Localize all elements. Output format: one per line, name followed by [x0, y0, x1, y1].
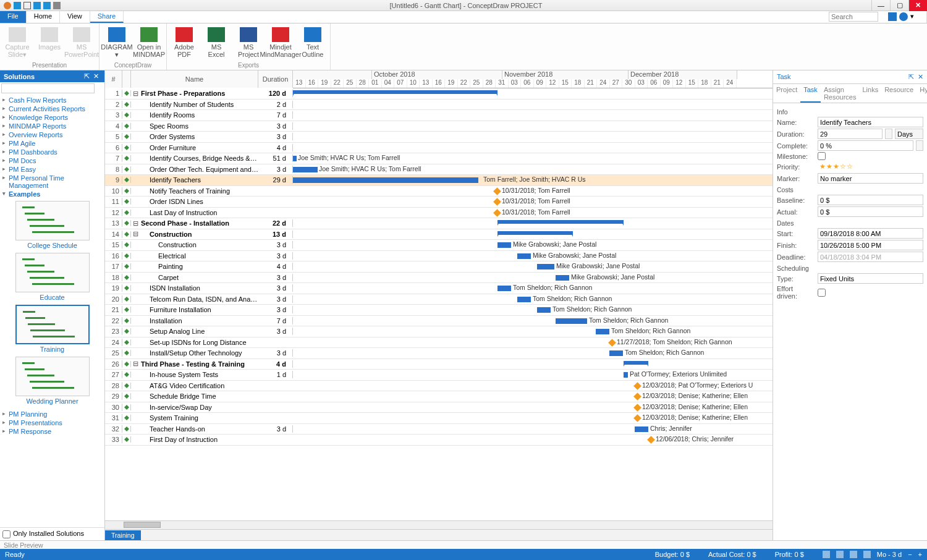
maximize-button[interactable]: ▢ — [890, 0, 908, 11]
effort-driven-checkbox[interactable] — [818, 289, 826, 297]
zoom-out-icon[interactable]: − — [908, 551, 912, 558]
ribbon-mpp-button[interactable]: MS Project — [235, 27, 262, 58]
gantt-row[interactable]: 26⊟Third Phase - Testing & Training4 d — [105, 359, 772, 370]
sheet-tab-training[interactable]: Training — [105, 530, 141, 540]
solution-item[interactable]: PM Personal Time Management — [2, 174, 102, 190]
close-button[interactable]: ✕ — [908, 0, 927, 11]
table-hscroll[interactable] — [105, 520, 772, 529]
tab-view[interactable]: View — [60, 11, 90, 23]
view-icon-3[interactable] — [850, 551, 857, 558]
solution-item[interactable]: Cash Flow Reports — [2, 96, 102, 104]
col-name[interactable]: Name — [131, 70, 258, 88]
solutions-pin-icon[interactable]: ⇱ — [82, 72, 91, 80]
qat-open-icon[interactable] — [23, 2, 31, 9]
gantt-row[interactable]: 12Last Day of Instruction10/31/2018; Tom… — [105, 208, 772, 219]
qat-icon-1[interactable] — [4, 2, 11, 9]
solution-item[interactable]: PM Planning — [2, 410, 102, 418]
tab-file[interactable]: File — [0, 11, 27, 23]
gantt-row[interactable]: 30In-service/Swap Day12/03/2018; Denise;… — [105, 402, 772, 414]
gantt-row[interactable]: 14⊟Construction13 d — [105, 229, 772, 240]
expand-toggle[interactable]: ⊟ — [131, 360, 140, 368]
col-indicator[interactable] — [122, 70, 131, 88]
gantt-row[interactable]: 13⊟Second Phase - Installation22 d — [105, 218, 772, 229]
gantt-row[interactable]: 23Setup Analog Line3 dTom Sheldon; Rich … — [105, 326, 772, 337]
solution-item[interactable]: Overview Reports — [2, 130, 102, 139]
thumb-wedding-planner[interactable] — [15, 357, 90, 396]
solution-item[interactable]: PM Response — [2, 427, 102, 436]
solution-examples[interactable]: Examples — [2, 190, 102, 198]
gantt-row[interactable]: 22Installation7 dTom Sheldon; Rich Ganno… — [105, 316, 772, 327]
only-installed-checkbox[interactable]: Only Installed Solutions — [0, 527, 104, 540]
ribbon-diag-button[interactable]: DIAGRAM ▾ — [103, 27, 130, 58]
task-tab-links[interactable]: Links — [859, 84, 881, 103]
task-panel-pin-icon[interactable]: ⇱ — [908, 73, 914, 81]
col-duration[interactable]: Duration — [258, 70, 293, 88]
solution-item[interactable]: PM Easy — [2, 165, 102, 174]
ribbon-collapse-icon[interactable]: ▾ — [910, 12, 919, 21]
gantt-row[interactable]: 8Order Other Tech. Equipment and Supplie… — [105, 164, 772, 176]
field-start[interactable]: 09/18/2018 8:00 AM — [818, 228, 923, 239]
gantt-row[interactable]: 17Painting4 dMike Grabowski; Jane Postal — [105, 261, 772, 273]
solution-item[interactable]: MINDMAP Reports — [2, 122, 102, 130]
gantt-row[interactable]: 3Identify Rooms7 d — [105, 110, 772, 121]
field-deadline[interactable]: 04/18/2018 3:04 PM — [818, 252, 923, 262]
field-marker[interactable]: No marker — [818, 173, 923, 184]
ribbon-xls-button[interactable]: MS Excel — [203, 27, 230, 58]
qat-redo-icon[interactable] — [53, 2, 61, 9]
slide-preview-bar[interactable]: Slide Preview — [0, 540, 927, 549]
field-finish[interactable]: 10/26/2018 5:00 PM — [818, 240, 923, 250]
gantt-row[interactable]: 2Identify Number of Students2 d — [105, 100, 772, 111]
gantt-row[interactable]: 21Furniture Installation3 dTom Sheldon; … — [105, 305, 772, 316]
duration-spinner[interactable] — [885, 129, 892, 139]
view-icon-1[interactable] — [823, 551, 830, 558]
view-icon-2[interactable] — [836, 551, 844, 558]
thumb-college-shedule[interactable] — [15, 201, 90, 240]
gantt-row[interactable]: 11Order ISDN Lines10/31/2018; Tom Farrel… — [105, 197, 772, 208]
gantt-row[interactable]: 28AT&G Video Certification12/03/2018; Pa… — [105, 381, 772, 392]
help-icon[interactable] — [899, 12, 908, 21]
home-icon[interactable] — [888, 12, 897, 21]
duration-unit[interactable]: Days — [895, 129, 923, 139]
field-name[interactable]: Identify Teachers — [818, 117, 923, 127]
ribbon-txt-button[interactable]: Text Outline — [299, 27, 326, 58]
gantt-row[interactable]: 16Electrical3 dMike Grabowski; Jane Post… — [105, 251, 772, 262]
search-input[interactable] — [829, 12, 878, 22]
solution-item[interactable]: Knowledge Reports — [2, 113, 102, 122]
gantt-row[interactable]: 29Schedule Bridge Time12/03/2018; Denise… — [105, 391, 772, 402]
gantt-row[interactable]: 33First Day of Instruction12/06/2018; Ch… — [105, 435, 772, 446]
expand-toggle[interactable]: ⊟ — [131, 90, 140, 98]
gantt-row[interactable]: 9Identify Teachers29 dTom Farrell; Joe S… — [105, 175, 772, 186]
task-tab-project[interactable]: Project — [773, 84, 800, 103]
ribbon-mj-button[interactable]: Mindjet MindManager — [267, 27, 294, 58]
gantt-row[interactable]: 32Teacher Hands-on3 dChris; Jennifer — [105, 424, 772, 435]
field-baseline[interactable]: 0 $ — [818, 195, 923, 205]
solution-item[interactable]: Current Activities Reports — [2, 104, 102, 113]
gantt-row[interactable]: 31System Training12/03/2018; Denise; Kat… — [105, 413, 772, 424]
gantt-row[interactable]: 5Order Systems3 d — [105, 132, 772, 143]
solution-item[interactable]: PM Dashboards — [2, 148, 102, 156]
status-zoom[interactable]: Mo - 3 d — [877, 551, 902, 558]
gantt-row[interactable]: 24Set-up ISDNs for Long Distance11/27/20… — [105, 337, 772, 349]
field-complete[interactable]: 0 % — [818, 140, 913, 151]
field-priority[interactable]: ★★★☆☆ — [818, 161, 923, 172]
gantt-row[interactable]: 19ISDN Installation3 dTom Sheldon; Rich … — [105, 283, 772, 294]
field-duration[interactable]: 29 — [818, 129, 883, 139]
solutions-filter-input[interactable] — [1, 83, 95, 93]
gantt-row[interactable]: 27In-house System Tests1 dPat O'Tormey; … — [105, 370, 772, 381]
gantt-row[interactable]: 15Construction3 dMike Grabowski; Jane Po… — [105, 240, 772, 251]
task-tab-assign-resources[interactable]: Assign Resources — [821, 84, 860, 103]
minimize-button[interactable]: — — [871, 0, 890, 11]
task-tab-hypernote[interactable]: Hypernote — [916, 84, 927, 103]
solution-item[interactable]: PM Agile — [2, 139, 102, 148]
gantt-row[interactable]: 4Spec Rooms3 d — [105, 121, 772, 132]
gantt-row[interactable]: 25Install/Setup Other Technology3 dTom S… — [105, 348, 772, 359]
gantt-row[interactable]: 7Identify Courses, Bridge Needs & Other … — [105, 153, 772, 164]
solution-item[interactable]: PM Presentations — [2, 418, 102, 427]
qat-save-icon[interactable] — [33, 2, 41, 9]
task-panel-close-icon[interactable]: ✕ — [918, 73, 923, 81]
qat-new-icon[interactable] — [14, 2, 21, 9]
thumb-training[interactable] — [15, 305, 90, 344]
qat-undo-icon[interactable] — [43, 2, 51, 9]
expand-toggle[interactable]: ⊟ — [131, 230, 140, 238]
gantt-row[interactable]: 6Order Furniture4 d — [105, 143, 772, 154]
